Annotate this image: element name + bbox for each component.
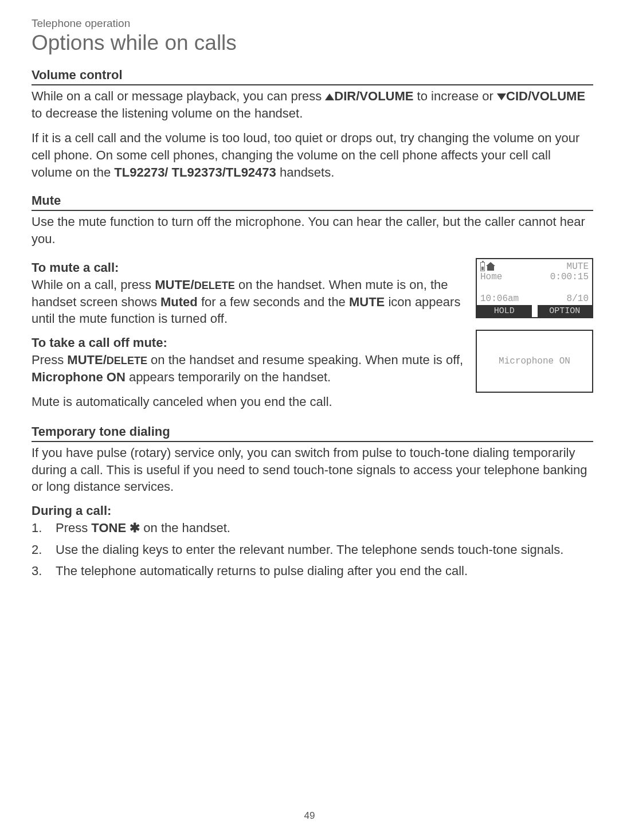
screen-date: 8/10 (567, 294, 589, 304)
tone-key-label: TONE ✱ (91, 521, 140, 535)
screen-mic-on-text: Microphone ON (499, 356, 570, 366)
section-mute-heading: Mute (32, 193, 593, 211)
page-title: Options while on calls (32, 31, 593, 55)
mute-delete-key: MUTE/DELETE (155, 278, 235, 292)
step-1: Press TONE ✱ on the handset. (32, 519, 593, 537)
battery-icon (480, 262, 485, 271)
screen-call-timer: 0:00:15 (550, 272, 589, 282)
off-mute-heading: To take a call off mute: (32, 335, 465, 350)
page-number: 49 (0, 810, 619, 822)
screen-time: 10:06am (480, 294, 519, 304)
step-2: Use the dialing keys to enter the releva… (32, 541, 593, 558)
off-mute-paragraph: Press MUTE/DELETE on the handset and res… (32, 351, 465, 385)
text: on the handset. (140, 521, 230, 535)
mute-auto-cancel: Mute is automatically canceled when you … (32, 393, 593, 411)
star-icon: ✱ (130, 521, 140, 535)
microphone-on-label: Microphone ON (32, 370, 126, 384)
battery-house-icons (480, 261, 495, 272)
tone-intro: If you have pulse (rotary) service only,… (32, 444, 593, 495)
text: While on a call, press (32, 278, 155, 292)
dir-volume-label: DIR/VOLUME (334, 89, 413, 103)
handset-screen-mic-on: Microphone ON (476, 330, 593, 393)
cid-volume-label: CID/VOLUME (506, 89, 585, 103)
section-volume-heading: Volume control (32, 68, 593, 85)
triangle-up-icon (325, 93, 334, 100)
text: Press (32, 353, 67, 367)
text: handsets. (276, 165, 335, 179)
handset-screen-mute: MUTE Home 0:00:15 10:06am 8/10 HOLD OPTI… (476, 258, 593, 318)
screen-home-label: Home (480, 272, 502, 282)
screen-softkey-option: OPTION (538, 305, 593, 317)
screen-softkey-hold: HOLD (477, 305, 532, 317)
section-tone-heading: Temporary tone dialing (32, 424, 593, 442)
to-mute-paragraph: While on a call, press MUTE/DELETE on th… (32, 276, 465, 327)
text: on the handset and resume speaking. When… (147, 353, 463, 367)
text: appears temporarily on the handset. (126, 370, 331, 384)
muted-label: Muted (160, 295, 198, 309)
triangle-down-icon (497, 93, 506, 100)
text: Press (56, 521, 91, 535)
text: to increase or (413, 89, 497, 103)
breadcrumb: Telephone operation (32, 17, 593, 30)
mute-icon-label: MUTE (349, 295, 385, 309)
text: for a few seconds and the (198, 295, 349, 309)
to-mute-heading: To mute a call: (32, 260, 465, 275)
mute-intro: Use the mute function to turn off the mi… (32, 213, 593, 247)
during-call-heading: During a call: (32, 503, 593, 518)
softkey-gap (532, 305, 538, 317)
house-icon (486, 263, 495, 271)
steps-list: Press TONE ✱ on the handset. Use the dia… (32, 519, 593, 580)
text: to decrease the listening volume on the … (32, 106, 303, 120)
volume-paragraph-2: If it is a cell call and the volume is t… (32, 130, 593, 181)
screen-mute-indicator: MUTE (567, 261, 589, 272)
mute-delete-key-2: MUTE/DELETE (67, 353, 147, 367)
text: While on a call or message playback, you… (32, 89, 325, 103)
step-3: The telephone automatically returns to p… (32, 562, 593, 580)
volume-paragraph-1: While on a call or message playback, you… (32, 88, 593, 122)
model-numbers: TL92273/ TL92373/TL92473 (114, 165, 276, 179)
